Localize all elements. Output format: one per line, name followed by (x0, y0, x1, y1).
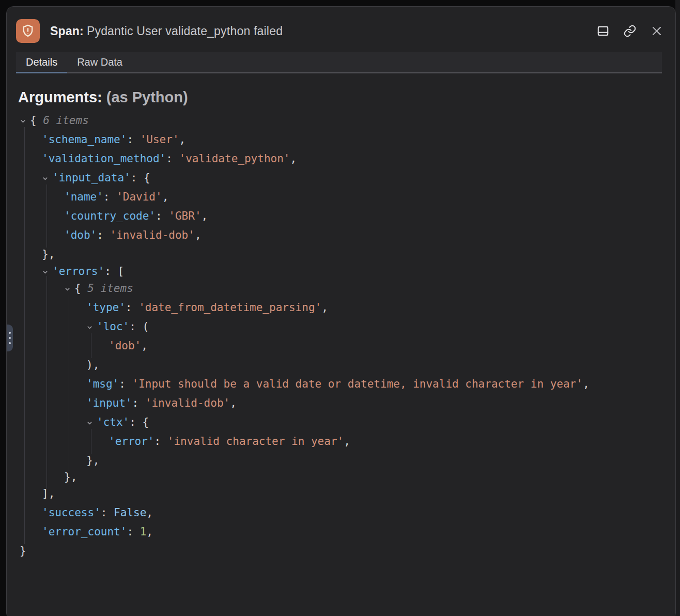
code-line: 'type': 'date_from_datetime_parsing', (7, 300, 661, 315)
code-token-punct: , (162, 191, 169, 203)
code-token-punct: , (146, 526, 153, 538)
code-token-punct: , (290, 152, 297, 165)
code-token-str: 'invalid-dob' (145, 397, 230, 409)
code-token-meta: 6 items (43, 114, 89, 127)
code-token-punct: : ( (129, 320, 149, 333)
code-line: 'msg': 'Input should be a valid date or … (7, 376, 661, 392)
chevron-down-icon[interactable] (20, 113, 30, 128)
code-token-punct: { (74, 282, 87, 295)
code-line: } (7, 543, 661, 559)
code-line: }, (7, 247, 661, 262)
code-token-punct: , (230, 397, 237, 409)
code-token-punct: } (20, 545, 26, 557)
code-token-num: 1 (140, 526, 147, 538)
panel-title-text: Pydantic User validate_python failed (87, 24, 283, 38)
arguments-heading: Arguments:(as Python) (18, 89, 661, 106)
code-token-punct: , (321, 301, 328, 314)
code-line: 'name': 'David', (7, 189, 661, 205)
code-token-punct: }, (42, 248, 55, 260)
indent-guide (24, 519, 25, 544)
code-line: 'errors': [ (7, 264, 661, 279)
tab-raw-data[interactable]: Raw Data (67, 52, 132, 72)
code-token-punct: : { (131, 172, 150, 184)
code-line: ], (7, 486, 661, 501)
span-detail-panel: Span:Pydantic User validate_python faile… (6, 6, 676, 616)
code-line: 'country_code': 'GBR', (7, 208, 661, 224)
code-token-punct: : [ (104, 265, 124, 278)
code-line: }, (7, 453, 661, 468)
indent-guide (91, 429, 91, 454)
code-token-key: 'input' (86, 397, 132, 409)
header-actions (596, 24, 664, 38)
grip-dots-icon (9, 332, 11, 344)
arguments-python-tree: { 6 items'schema_name': 'User','validati… (7, 110, 661, 560)
code-token-str: 'dob' (109, 340, 141, 352)
code-token-punct: ), (86, 359, 99, 371)
code-token-str: 'User' (140, 133, 179, 146)
code-token-key: 'dob' (64, 229, 97, 241)
chevron-down-icon[interactable] (64, 281, 74, 296)
code-token-key: 'country_code' (64, 210, 156, 222)
code-line: { 6 items (7, 113, 661, 128)
code-token-str: 'date_from_datetime_parsing' (138, 301, 321, 314)
code-token-key: 'type' (86, 301, 126, 314)
shield-alert-icon (16, 19, 40, 43)
code-token-key: 'validation_method' (42, 152, 166, 165)
code-token-punct: , (195, 229, 202, 241)
code-token-str: 'Input should be a valid date or datetim… (132, 378, 583, 390)
code-token-punct: : (166, 152, 179, 165)
code-token-punct: : (154, 435, 167, 448)
code-line: 'dob': 'invalid-dob', (7, 227, 661, 243)
code-token-punct: { (30, 114, 43, 127)
page-background-strip (675, 0, 680, 616)
code-token-str: 'GBR' (168, 210, 201, 222)
tab-bar: Details Raw Data (16, 52, 662, 73)
code-token-punct: : (97, 229, 110, 241)
arguments-heading-main: Arguments: (18, 89, 102, 105)
code-token-punct: }, (64, 471, 77, 483)
code-token-punct: : (126, 301, 138, 314)
code-token-meta: 5 items (87, 282, 133, 295)
arguments-heading-sub: (as Python) (106, 89, 188, 105)
code-token-punct: ], (42, 487, 55, 500)
code-line: 'input': 'invalid-dob', (7, 395, 661, 411)
code-token-kw: False (114, 506, 146, 519)
code-line: 'loc': ( (7, 319, 661, 334)
code-line: 'input_data': { (7, 170, 661, 186)
close-icon[interactable] (650, 24, 664, 38)
code-token-punct: , (141, 340, 148, 352)
code-token-key: 'success' (42, 506, 101, 519)
code-line: 'error': 'invalid character in year', (7, 434, 661, 449)
chevron-down-icon[interactable] (42, 170, 52, 186)
code-line: 'error_count': 1, (7, 524, 661, 540)
code-line: ), (7, 357, 661, 373)
code-token-str: 'invalid-dob' (110, 229, 195, 241)
chevron-down-icon[interactable] (86, 319, 97, 334)
chevron-down-icon[interactable] (86, 414, 97, 430)
tab-details[interactable]: Details (16, 52, 67, 72)
code-line: 'validation_method': 'validate_python', (7, 151, 661, 166)
code-token-punct: : (132, 397, 145, 409)
code-token-key: 'errors' (52, 265, 104, 278)
panel-header: Span:Pydantic User validate_python faile… (7, 7, 675, 51)
code-line: 'ctx': { (7, 414, 661, 430)
code-token-punct: : { (129, 416, 149, 428)
panel-title-prefix: Span: (50, 24, 84, 38)
chevron-down-icon[interactable] (42, 264, 52, 279)
code-line: }, (7, 469, 661, 485)
details-content: Arguments:(as Python) { 6 items'schema_n… (7, 89, 675, 560)
code-token-punct: : (103, 191, 116, 203)
code-token-str: 'invalid character in year' (167, 435, 344, 448)
code-token-str: 'validate_python' (179, 152, 290, 165)
code-line: 'success': False, (7, 505, 661, 520)
panel-bottom-icon[interactable] (596, 24, 610, 38)
code-line: { 5 items (7, 281, 661, 296)
copy-link-icon[interactable] (623, 24, 637, 38)
code-token-punct: , (179, 133, 186, 146)
code-token-punct: : (119, 378, 132, 390)
code-token-punct: : (156, 210, 168, 222)
code-token-punct: , (583, 378, 590, 390)
code-token-punct: : (127, 526, 140, 538)
panel-resize-handle[interactable] (6, 325, 13, 351)
code-token-punct: , (146, 506, 153, 519)
